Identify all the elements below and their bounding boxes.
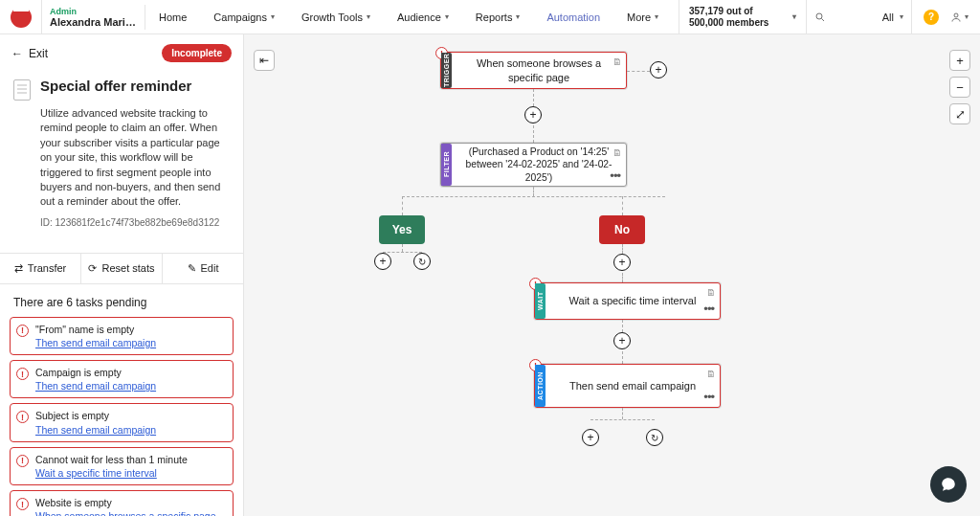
filter-label: (Purchased a Product on '14:25' between … xyxy=(461,146,616,184)
nav-campaigns[interactable]: Campaigns▾ xyxy=(200,0,288,34)
nav-more[interactable]: More▾ xyxy=(613,0,672,34)
nav-audience[interactable]: Audience▾ xyxy=(384,0,462,34)
brand-logo[interactable] xyxy=(0,0,42,34)
add-step-button[interactable]: + xyxy=(524,106,542,123)
task-link[interactable]: Then send email campaign xyxy=(35,380,156,392)
trigger-tab: TRIGGER xyxy=(441,53,452,88)
connector xyxy=(402,244,403,252)
svg-line-1 xyxy=(822,18,825,21)
connector xyxy=(622,273,623,282)
refresh-icon: ⟳ xyxy=(88,262,97,275)
trigger-label: When someone browses a specific page xyxy=(461,56,616,84)
branch-yes[interactable]: Yes xyxy=(379,215,425,244)
reset-stats-button[interactable]: ⟳Reset stats xyxy=(81,254,163,283)
task-title: Campaign is empty xyxy=(35,366,225,379)
task-item[interactable]: !Campaign is emptyThen send email campai… xyxy=(10,360,234,398)
wait-label: Wait a specific time interval xyxy=(569,294,697,307)
connector xyxy=(533,187,534,196)
transfer-button[interactable]: ⇄Transfer xyxy=(0,254,81,283)
connector xyxy=(533,125,534,143)
wait-node[interactable]: ! WAIT Wait a specific time interval🗎••• xyxy=(534,282,721,320)
automation-title: Special offer reminder xyxy=(40,78,191,94)
add-step-button[interactable]: + xyxy=(582,429,599,446)
exit-button[interactable]: ← Exit xyxy=(11,47,48,60)
chat-button[interactable] xyxy=(930,466,967,503)
connector xyxy=(622,320,623,332)
task-link[interactable]: Then send email campaign xyxy=(35,337,156,348)
fit-screen-button[interactable]: ⤢ xyxy=(949,103,970,124)
connector xyxy=(622,351,623,364)
nav-automation[interactable]: Automation xyxy=(533,0,613,34)
chevron-down-icon: ▾ xyxy=(271,12,275,21)
add-step-button[interactable]: + xyxy=(613,254,631,271)
task-title: Website is empty xyxy=(35,496,225,509)
action-label: Then send email campaign xyxy=(569,379,696,393)
org-name: Alexandra Marin… xyxy=(50,16,137,28)
action-tab: ACTION xyxy=(535,365,546,407)
chevron-down-icon: ▾ xyxy=(445,12,449,21)
note-icon[interactable]: 🗎 xyxy=(612,146,622,159)
add-step-button[interactable]: + xyxy=(374,253,391,270)
task-title: "From" name is empty xyxy=(35,323,225,336)
automation-id: ID: 123681f2e1c74f73be882be69e8d3122 xyxy=(40,217,230,228)
edit-button[interactable]: ✎Edit xyxy=(163,254,243,283)
node-menu-button[interactable]: ••• xyxy=(610,168,620,185)
connector xyxy=(627,71,650,72)
nav-home[interactable]: Home xyxy=(145,0,200,34)
task-item[interactable]: !"From" name is emptyThen send email cam… xyxy=(10,317,234,355)
connector xyxy=(402,196,403,215)
chevron-down-icon: ▾ xyxy=(900,12,903,21)
task-title: Cannot wait for less than 1 minute xyxy=(35,453,225,466)
loop-button[interactable]: ↻ xyxy=(646,429,663,446)
branch-no[interactable]: No xyxy=(599,215,645,244)
note-icon[interactable]: 🗎 xyxy=(706,286,716,299)
node-menu-button[interactable]: ••• xyxy=(703,302,714,318)
connector xyxy=(622,408,623,419)
chevron-down-icon: ▾ xyxy=(792,12,796,22)
note-icon[interactable]: 🗎 xyxy=(706,368,716,380)
note-icon[interactable]: 🗎 xyxy=(612,56,622,68)
wait-tab: WAIT xyxy=(535,283,546,319)
zoom-in-button[interactable]: + xyxy=(949,50,970,71)
arrow-left-icon: ← xyxy=(11,47,23,60)
search-cell[interactable]: All ▾ xyxy=(807,0,912,34)
loop-button[interactable]: ↻ xyxy=(413,253,431,270)
document-icon xyxy=(13,79,31,101)
flow-canvas[interactable]: ⇤ + − ⤢ ! TRIGGER When someone browses a… xyxy=(244,34,980,516)
profile-menu[interactable]: ▾ xyxy=(950,11,969,23)
help-icon[interactable]: ? xyxy=(924,10,939,25)
task-item[interactable]: !Subject is emptyThen send email campaig… xyxy=(10,403,234,441)
search-icon xyxy=(814,11,826,23)
chat-icon xyxy=(940,476,957,493)
task-link[interactable]: Then send email campaign xyxy=(35,424,156,436)
search-scope: All xyxy=(882,11,894,23)
connector xyxy=(590,419,655,420)
task-link[interactable]: Wait a specific time interval xyxy=(35,467,157,479)
collapse-sidebar-button[interactable]: ⇤ xyxy=(254,50,275,71)
add-step-button[interactable]: + xyxy=(613,332,631,349)
chevron-down-icon: ▾ xyxy=(655,12,658,21)
filter-node[interactable]: FILTER (Purchased a Product on '14:25' b… xyxy=(440,143,627,187)
chevron-down-icon: ▾ xyxy=(965,12,969,21)
nav-growth[interactable]: Growth Tools▾ xyxy=(288,0,384,34)
add-branch-button[interactable]: + xyxy=(650,61,667,79)
trigger-node[interactable]: ! TRIGGER When someone browses a specifi… xyxy=(440,52,627,89)
task-item[interactable]: !Website is emptyWhen someone browses a … xyxy=(10,490,234,516)
automation-description: Utilize advanced website tracking to rem… xyxy=(40,106,230,210)
nav-reports[interactable]: Reports▾ xyxy=(462,0,534,34)
status-badge[interactable]: Incomplete xyxy=(162,44,232,62)
tasks-list: !"From" name is emptyThen send email cam… xyxy=(0,317,243,516)
members-count: 357,179 out of 500,000 members xyxy=(689,6,775,29)
task-item[interactable]: !Cannot wait for less than 1 minuteWait … xyxy=(10,447,234,485)
chevron-down-icon: ▾ xyxy=(516,12,520,21)
org-switcher[interactable]: Admin Alexandra Marin… xyxy=(42,5,145,30)
task-link[interactable]: When someone browses a specific page xyxy=(35,510,216,516)
main-nav: Home Campaigns▾ Growth Tools▾ Audience▾ … xyxy=(145,0,672,34)
connector xyxy=(533,89,534,106)
action-node[interactable]: ! ACTION Then send email campaign🗎••• xyxy=(534,364,721,408)
members-dropdown[interactable]: 357,179 out of 500,000 members ▾ xyxy=(679,0,807,34)
zoom-out-button[interactable]: − xyxy=(949,77,970,98)
filter-tab: FILTER xyxy=(441,144,452,186)
node-menu-button[interactable]: ••• xyxy=(703,390,714,406)
error-icon: ! xyxy=(16,411,29,423)
